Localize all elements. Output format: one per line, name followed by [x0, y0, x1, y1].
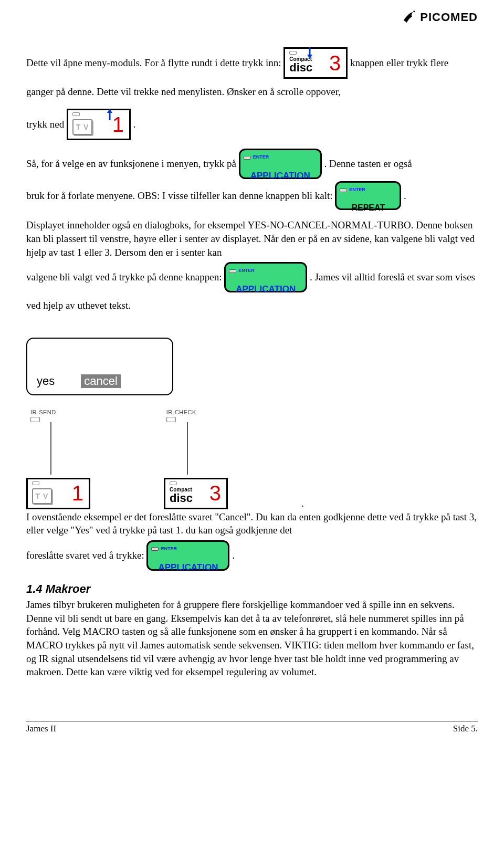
- text: Så, for å velge en av funksjonene i meny…: [26, 159, 239, 170]
- text: Dette vil åpne meny-moduls. For å flytte…: [26, 57, 284, 68]
- ir-send-label: IR-SEND: [30, 409, 56, 415]
- key-number: 1: [72, 481, 83, 505]
- enter-label: ENTER: [349, 184, 365, 196]
- paragraph-1: Dette vil åpne meny-moduls. For å flytte…: [26, 47, 478, 103]
- led-icon: [170, 481, 177, 485]
- tv-icon: T V: [32, 488, 52, 504]
- footer-left: James II: [26, 724, 56, 734]
- text: .: [133, 119, 136, 130]
- tv-icon: T V: [72, 119, 92, 135]
- arrow-down-icon: [306, 44, 313, 68]
- led-icon: [289, 51, 297, 55]
- brand-text: PICOMED: [420, 11, 478, 24]
- key-number: 1: [112, 99, 124, 150]
- application-label: APPLICATION: [159, 557, 218, 579]
- application-button[interactable]: ENTER APPLICATION: [224, 262, 307, 292]
- disc-3-button[interactable]: Compact disc 3: [164, 478, 228, 509]
- dialog-box: yes cancel: [26, 338, 173, 395]
- dialog-option-yes[interactable]: yes: [37, 374, 55, 388]
- connector-lines: [30, 422, 478, 478]
- application-button[interactable]: ENTER APPLICATION: [146, 540, 229, 571]
- paragraph-1b: trykk ned T V 1 .: [26, 109, 478, 140]
- led-icon: [151, 547, 159, 551]
- paragraph-4b: foreslåtte svaret ved å trykke: ENTER AP…: [26, 540, 478, 571]
- paragraph-2: Så, for å velge en av funksjonene i meny…: [26, 149, 478, 179]
- application-label: APPLICATION: [236, 279, 296, 300]
- key-number: 3: [329, 38, 341, 88]
- led-icon: [72, 112, 80, 116]
- led-icon: [166, 417, 176, 422]
- led-icon: [229, 269, 236, 273]
- brand-logo: PICOMED: [401, 9, 478, 25]
- text: trykk ned: [26, 119, 67, 130]
- repeat-button[interactable]: ENTER REPEAT: [335, 181, 401, 210]
- dialog-option-cancel[interactable]: cancel: [81, 374, 121, 388]
- ir-check: IR-CHECK: [166, 409, 196, 422]
- repeat-label: REPEAT: [351, 198, 385, 218]
- text: .: [404, 190, 406, 201]
- disc-3-button[interactable]: Compact disc 3: [284, 47, 348, 79]
- svg-point-0: [414, 11, 415, 12]
- button-row: T V 1 Compact disc 3 .: [26, 478, 478, 509]
- enter-label: ENTER: [161, 543, 177, 555]
- footer-right: Side 5.: [453, 724, 478, 734]
- ir-check-label: IR-CHECK: [166, 409, 196, 415]
- ir-send: IR-SEND: [30, 409, 56, 422]
- arrow-up-icon: [106, 105, 113, 129]
- enter-label: ENTER: [238, 265, 255, 277]
- disc-label: disc: [170, 492, 193, 504]
- paragraph-4: I ovenstående eksempel er det foreslåtte…: [26, 510, 478, 537]
- text: bruk for å forlate menyene. OBS: I visse…: [26, 190, 335, 201]
- application-button[interactable]: ENTER APPLICATION: [239, 149, 322, 179]
- page-footer: James II Side 5.: [26, 721, 478, 734]
- svg-marker-2: [307, 55, 312, 59]
- key-number: 3: [209, 481, 221, 505]
- tv-1-button[interactable]: T V 1: [26, 478, 90, 509]
- led-icon: [30, 417, 40, 422]
- enter-label: ENTER: [253, 152, 269, 163]
- paragraph-3: Displayet inneholder også en dialogboks,…: [26, 218, 478, 259]
- paragraph-5: James tilbyr brukeren muligheten for å g…: [26, 598, 478, 679]
- text: . Denne tasten er også: [324, 159, 412, 170]
- text: .: [232, 550, 235, 561]
- section-heading: 1.4 Makroer: [26, 582, 478, 596]
- ir-row: IR-SEND IR-CHECK: [30, 409, 478, 422]
- bird-icon: [401, 9, 417, 25]
- paragraph-3b: valgene bli valgt ved å trykke på denne …: [26, 262, 478, 317]
- led-icon: [244, 156, 251, 160]
- application-label: APPLICATION: [250, 165, 310, 187]
- text: foreslåtte svaret ved å trykke:: [26, 550, 146, 561]
- led-icon: [32, 481, 39, 485]
- text: valgene bli valgt ved å trykke på denne …: [26, 272, 224, 283]
- tv-1-button[interactable]: T V 1: [67, 109, 131, 140]
- led-icon: [340, 188, 347, 192]
